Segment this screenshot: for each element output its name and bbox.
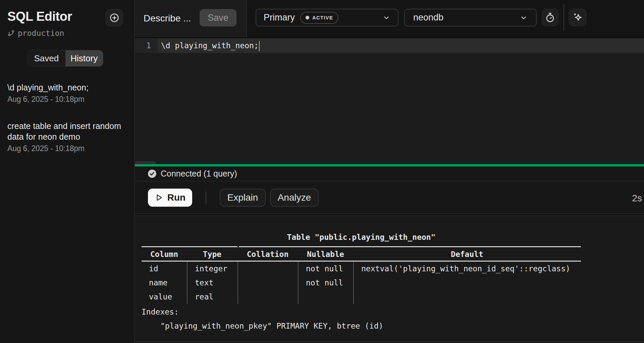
sidebar: SQL Editor production Saved History \d p…	[0, 0, 135, 343]
query-duration: 2s	[632, 193, 642, 204]
table-row: name text not null	[142, 276, 581, 290]
history-item[interactable]: \d playing_with_neon; Aug 6, 2025 - 10:1…	[7, 82, 128, 104]
saved-history-tabs: Saved History	[27, 50, 103, 67]
connection-status-row: Connected (1 query)	[135, 166, 644, 182]
indexes-label: Indexes:	[142, 305, 179, 319]
branch-select-value: Primary	[264, 12, 295, 23]
connection-status-bar	[135, 164, 644, 166]
tab-saved[interactable]: Saved	[28, 50, 65, 66]
play-icon	[155, 193, 163, 202]
circle-plus-icon	[109, 13, 119, 23]
explain-button[interactable]: Explain	[220, 189, 266, 207]
text-cursor	[259, 41, 260, 51]
branch-indicator: production	[7, 29, 64, 38]
connection-status-text: Connected (1 query)	[161, 169, 237, 179]
database-select-value: neondb	[413, 12, 443, 23]
code-editor[interactable]: 1 \d playing_with_neon;	[135, 37, 644, 164]
panel-splitter[interactable]	[135, 213, 644, 216]
history-time: Aug 6, 2025 - 10:18pm	[7, 143, 128, 153]
table-row: value real	[142, 290, 581, 304]
sparkles-icon	[572, 12, 583, 23]
table-rule	[142, 246, 237, 247]
actions-divider	[206, 191, 206, 204]
query-tab-title[interactable]: Describe ...	[144, 13, 191, 24]
run-button[interactable]: Run	[148, 189, 192, 207]
branch-status-badge: ACTIVE	[300, 12, 338, 24]
result-table-title: Table "public.playing_with_neon"	[142, 232, 581, 242]
check-circle-icon	[148, 169, 157, 178]
query-history-button[interactable]	[542, 9, 558, 26]
tab-history[interactable]: History	[65, 50, 103, 66]
index-detail: "playing_with_neon_pkey" PRIMARY KEY, bt…	[160, 319, 383, 333]
branch-name: production	[18, 29, 64, 38]
history-query: \d playing_with_neon;	[7, 82, 128, 93]
history-item[interactable]: create table and insert random data for …	[7, 121, 128, 153]
editor-active-line: 1 \d playing_with_neon;	[135, 39, 644, 53]
actions-row: Run Explain Analyze 2s	[135, 182, 644, 213]
table-row: id integer not null nextval('playing_wit…	[142, 262, 581, 276]
table-rule	[239, 246, 581, 247]
results-panel: Table "public.playing_with_neon" Column …	[135, 216, 644, 343]
code-line: \d playing_with_neon;	[158, 39, 644, 53]
bottom-border	[135, 341, 644, 342]
stopwatch-icon	[545, 12, 555, 22]
main-panel: Describe ... Save Primary ACTIVE neondb	[135, 0, 644, 343]
branch-select[interactable]: Primary ACTIVE	[256, 9, 398, 26]
chevron-down-icon	[520, 14, 528, 22]
git-branch-icon	[7, 29, 15, 37]
line-number: 1	[135, 39, 158, 53]
analyze-button[interactable]: Analyze	[270, 189, 319, 207]
result-rows: id integer not null nextval('playing_wit…	[142, 262, 581, 304]
history-query: create table and insert random data for …	[7, 121, 128, 142]
topbar-icons-divider	[564, 4, 564, 30]
save-button[interactable]: Save	[200, 9, 236, 26]
status-dot-icon	[306, 16, 309, 19]
database-select[interactable]: neondb	[404, 9, 537, 26]
ai-assist-button[interactable]	[569, 9, 586, 26]
query-tab-bar: Describe ... Save	[135, 0, 246, 37]
chevron-down-icon	[382, 14, 390, 22]
history-time: Aug 6, 2025 - 10:18pm	[7, 94, 128, 104]
new-query-button[interactable]	[106, 9, 123, 26]
result-header-row: Column Type Collation Nullable Default	[142, 249, 581, 261]
page-title: SQL Editor	[7, 9, 72, 24]
topbar-divider	[246, 0, 247, 37]
